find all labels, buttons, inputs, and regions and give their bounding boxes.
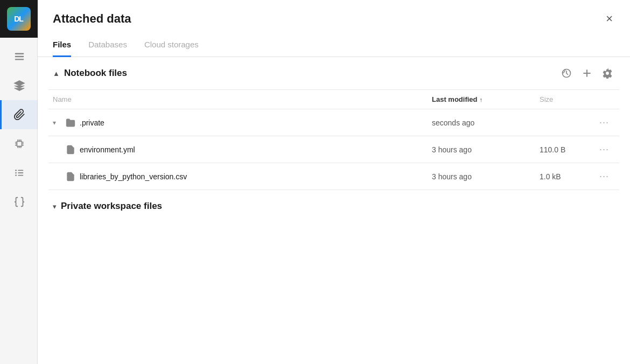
col-name-header: Name bbox=[53, 95, 432, 103]
logo-badge: DL bbox=[7, 7, 31, 31]
svg-rect-8 bbox=[18, 172, 23, 173]
refresh-button[interactable] bbox=[559, 66, 574, 81]
tab-files[interactable]: Files bbox=[53, 34, 71, 57]
table-row: ▾ .private seconds ago ··· bbox=[48, 109, 619, 136]
table-row: ▾ environment.yml 3 hours ago 110.0 B ··… bbox=[48, 136, 619, 163]
file-more-button[interactable]: ··· bbox=[593, 144, 615, 155]
tab-cloud-storages[interactable]: Cloud storages bbox=[144, 34, 199, 57]
svg-point-6 bbox=[15, 174, 17, 176]
svg-point-5 bbox=[15, 172, 17, 174]
list-icon bbox=[13, 167, 25, 179]
svg-rect-7 bbox=[18, 170, 23, 171]
svg-rect-0 bbox=[15, 53, 24, 54]
sidebar-item-menu[interactable] bbox=[0, 42, 38, 71]
table-row: ▾ libraries_by_python_version.csv 3 hour… bbox=[48, 163, 619, 190]
dialog-header: Attached data × bbox=[38, 0, 630, 27]
main-panel: Attached data × Files Databases Cloud st… bbox=[38, 0, 630, 364]
close-button[interactable]: × bbox=[604, 11, 615, 27]
attachment-icon bbox=[13, 109, 25, 121]
sidebar-item-braces[interactable] bbox=[0, 187, 38, 216]
tabs-bar: Files Databases Cloud storages bbox=[38, 34, 630, 57]
notebook-section-actions bbox=[559, 66, 615, 81]
tab-databases[interactable]: Databases bbox=[88, 34, 127, 57]
sidebar-item-attachment[interactable] bbox=[0, 100, 38, 129]
file-icon bbox=[66, 172, 75, 181]
notebook-section-title: Notebook files bbox=[64, 68, 559, 79]
sort-arrow-icon: ↑ bbox=[480, 96, 483, 103]
file-size: 1.0 kB bbox=[540, 172, 593, 181]
private-section-chevron[interactable]: ▾ bbox=[53, 202, 57, 211]
settings-button[interactable] bbox=[600, 66, 615, 81]
svg-point-4 bbox=[15, 170, 17, 171]
private-section-title: Private workspace files bbox=[61, 201, 162, 212]
file-name-cell: ▾ .private bbox=[53, 118, 432, 128]
dialog-title: Attached data bbox=[53, 12, 131, 26]
file-icon bbox=[66, 145, 75, 155]
file-more-button[interactable]: ··· bbox=[593, 171, 615, 182]
svg-rect-9 bbox=[18, 175, 23, 176]
col-size-header: Size bbox=[540, 95, 593, 103]
add-icon bbox=[582, 68, 592, 79]
notebook-section-chevron[interactable]: ▲ bbox=[53, 69, 60, 78]
file-modified: 3 hours ago bbox=[432, 172, 540, 181]
sidebar-item-chip[interactable] bbox=[0, 129, 38, 158]
file-size: 110.0 B bbox=[540, 145, 593, 154]
private-section-header: ▾ Private workspace files bbox=[48, 190, 619, 222]
svg-rect-3 bbox=[17, 141, 22, 146]
file-name-cell: ▾ libraries_by_python_version.csv bbox=[53, 172, 432, 181]
file-name: .private bbox=[80, 118, 104, 127]
menu-icon bbox=[13, 51, 25, 62]
refresh-icon bbox=[561, 68, 572, 79]
table-header: Name Last modified ↑ Size bbox=[48, 90, 619, 109]
file-name: environment.yml bbox=[80, 145, 135, 154]
sidebar-item-list[interactable] bbox=[0, 158, 38, 187]
file-modified: 3 hours ago bbox=[432, 145, 540, 154]
sidebar: DL bbox=[0, 0, 38, 364]
folder-lock-icon bbox=[66, 118, 75, 128]
svg-rect-1 bbox=[15, 56, 24, 57]
file-name: libraries_by_python_version.csv bbox=[80, 172, 187, 181]
file-modified: seconds ago bbox=[432, 118, 540, 127]
sidebar-item-layers[interactable] bbox=[0, 71, 38, 100]
col-modified-header[interactable]: Last modified ↑ bbox=[432, 95, 540, 103]
app-logo: DL bbox=[0, 0, 38, 38]
file-more-button[interactable]: ··· bbox=[593, 117, 615, 128]
add-button[interactable] bbox=[579, 66, 594, 81]
gear-icon bbox=[602, 68, 613, 79]
file-name-cell: ▾ environment.yml bbox=[53, 145, 432, 155]
notebook-section-header: ▲ Notebook files bbox=[48, 57, 619, 90]
file-expand-chevron[interactable]: ▾ bbox=[53, 119, 61, 127]
content-area: ▲ Notebook files bbox=[38, 57, 630, 364]
svg-rect-2 bbox=[15, 59, 24, 60]
braces-icon bbox=[13, 196, 25, 208]
chip-icon bbox=[13, 138, 25, 150]
layers-icon bbox=[13, 80, 25, 92]
